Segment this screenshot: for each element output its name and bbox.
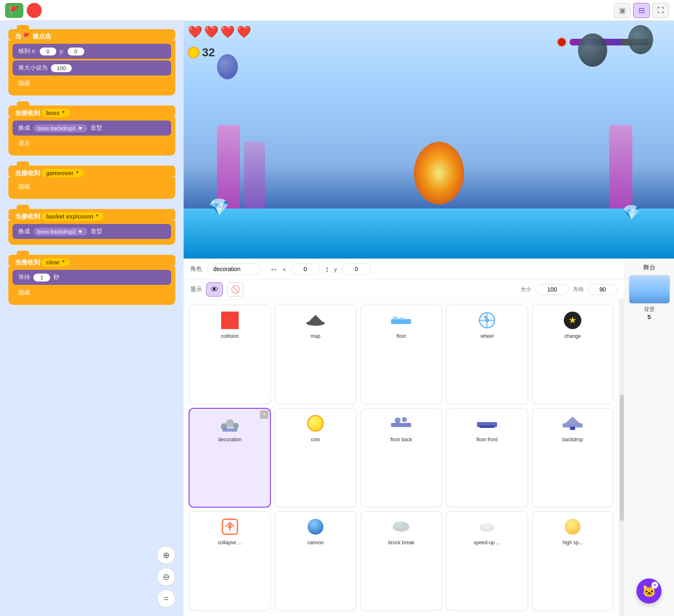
hat-clear: 当接收到 clear ▼ xyxy=(8,255,175,267)
sprite-card-backdrop[interactable]: backdrop xyxy=(532,408,614,508)
x-coord-input[interactable] xyxy=(291,264,320,274)
msg-clear-arrow: ▼ xyxy=(61,259,66,266)
x-coord-label: x xyxy=(283,266,286,272)
block-body-5: 等待 1 秒 隐藏 xyxy=(8,267,175,305)
star-icon: ★ xyxy=(568,315,577,326)
sprite-name-backdrop: backdrop xyxy=(563,437,583,443)
cmd-show-1: 显示 xyxy=(13,137,171,150)
sprite-icon-brock xyxy=(389,515,414,538)
sprite-card-high-sp[interactable]: high sp... xyxy=(532,511,614,611)
cmd-y-value[interactable]: 0 xyxy=(68,48,84,55)
map-svg xyxy=(305,313,326,327)
zoom-reset-icon: = xyxy=(164,594,169,603)
fullscreen-button[interactable]: ⛶ xyxy=(652,3,669,18)
show-visible-button[interactable]: 👁 xyxy=(206,282,223,297)
sprite-card-collision[interactable]: collision xyxy=(189,304,271,405)
crystal-left: 💎 xyxy=(209,197,230,217)
top-bar: 🚩 ▣ ⊟ ⛶ xyxy=(0,0,674,21)
sprite-icon-coin xyxy=(303,412,328,435)
cmd-switch-2: 换成 boss backdrop2 ▼ 造型 xyxy=(13,224,171,239)
sprite-icon-cannon xyxy=(303,515,328,538)
hat-receive-label-2: 当接收到 xyxy=(15,169,42,176)
cmd-hide-label-3: 隐藏 xyxy=(18,289,30,297)
bottom-panel: 角色 ↔ x ↕ y 显示 👁 🚫 xyxy=(184,259,674,616)
zoom-out-button[interactable]: ⊖ xyxy=(157,568,175,586)
msg-clear-label: clear xyxy=(46,259,60,266)
stop-button[interactable] xyxy=(27,3,42,18)
svg-point-16 xyxy=(395,417,401,423)
stage-thumbnail[interactable] xyxy=(629,275,670,304)
sprite-name-cannon: cannon xyxy=(307,540,323,546)
svg-marker-21 xyxy=(565,417,580,423)
cmd-move-xy: 移到 x: 0 y: 0 xyxy=(13,44,171,59)
building-2 xyxy=(244,142,265,209)
sprite-card-floor[interactable]: floor xyxy=(360,304,442,405)
msg-boss-badge[interactable]: boss ▼ xyxy=(42,109,70,117)
show-hidden-button[interactable]: 🚫 xyxy=(227,282,244,297)
sprite-card-decoration[interactable]: ✕ decoration xyxy=(189,408,271,508)
sprite-icon-high-sp xyxy=(560,515,585,538)
explosion-effect xyxy=(414,142,464,204)
sprites-scrollbar[interactable] xyxy=(619,299,624,616)
sprite-card-brock[interactable]: brock break xyxy=(360,511,442,611)
sprites-grid-wrapper: collision map xyxy=(184,299,624,616)
zoom-in-button[interactable]: ⊕ xyxy=(157,546,175,564)
cmd-wait-label: 等待 xyxy=(18,274,30,281)
sprite-icon-change: ★ xyxy=(560,309,585,332)
layout-default-button[interactable]: ▣ xyxy=(614,3,631,18)
sprite-card-floor-front[interactable]: floor front xyxy=(446,408,528,508)
svg-text:👁: 👁 xyxy=(484,315,487,319)
sprite-icon-speed-up xyxy=(475,515,500,538)
block-group-flag: 当 🚩 被点击 移到 x: 0 y: 0 将大小设为 100 隐藏 xyxy=(8,29,175,96)
svg-rect-22 xyxy=(570,427,575,430)
zoom-reset-button[interactable]: = xyxy=(157,589,175,608)
flag-button[interactable]: 🚩 xyxy=(5,3,23,18)
sprite-card-speed-up[interactable]: speed-up ... xyxy=(446,511,528,611)
dropdown-backdrop1[interactable]: boss backdrop1 ▼ xyxy=(33,124,87,132)
add-sprite-button[interactable]: 🐱 + xyxy=(636,578,661,603)
sprite-card-floor-back[interactable]: floor back xyxy=(360,408,442,508)
msg-gameover-label: gameover xyxy=(46,170,73,176)
y-coord-input[interactable] xyxy=(342,264,371,274)
cmd-wait-value[interactable]: 1 xyxy=(33,274,50,282)
msg-clear-badge[interactable]: clear ▼ xyxy=(42,258,70,267)
hat-boss: 当接收到 boss ▼ xyxy=(8,106,175,117)
bg-label: 背景 xyxy=(644,306,655,313)
stage-sidebar: 舞台 背景 5 xyxy=(624,259,674,616)
sprite-icon-decoration xyxy=(217,412,242,435)
layout-split-button[interactable]: ⊟ xyxy=(633,3,650,18)
dir-input[interactable] xyxy=(588,284,617,295)
size-input[interactable] xyxy=(535,284,569,295)
cmd-y-label: y: xyxy=(60,48,64,55)
msg-gameover-badge[interactable]: gameover ▼ xyxy=(42,169,83,177)
cmd-wait: 等待 1 秒 xyxy=(13,270,171,285)
collapse-svg xyxy=(221,518,239,536)
sprite-card-change[interactable]: ★ change xyxy=(532,304,614,405)
sprite-card-collapse[interactable]: collapse ... xyxy=(189,511,271,611)
visibility-row: 显示 👁 🚫 大小 方向 xyxy=(184,280,624,299)
layout-default-icon: ▣ xyxy=(619,6,626,15)
dropdown-backdrop1-arrow: ▼ xyxy=(78,125,83,131)
dropdown-backdrop2[interactable]: boss backdrop2 ▼ xyxy=(33,228,87,236)
sprite-icon-map xyxy=(303,309,328,332)
cmd-x-value[interactable]: 0 xyxy=(40,48,56,55)
right-panel: ❤️ ❤️ ❤️ ❤️ 32 xyxy=(184,21,674,616)
sprite-card-cannon[interactable]: cannon xyxy=(274,511,356,611)
cmd-hide-1: 隐藏 xyxy=(13,77,171,90)
msg-boss-arrow: ▼ xyxy=(61,110,66,116)
floor-svg xyxy=(390,313,412,327)
sprite-name-input[interactable] xyxy=(207,264,261,274)
sprite-name-floor-back: floor back xyxy=(390,437,412,443)
sprite-card-coin[interactable]: coin xyxy=(274,408,356,508)
cmd-show-label: 显示 xyxy=(18,140,30,147)
y-axis-icon: ↕ xyxy=(325,264,329,274)
cmd-size-value[interactable]: 100 xyxy=(51,64,72,72)
sprite-card-wheel[interactable]: 👁 wheel xyxy=(446,304,528,405)
sprite-card-map[interactable]: map xyxy=(274,304,356,405)
zoom-in-icon: ⊕ xyxy=(163,550,170,560)
scroll-thumb[interactable] xyxy=(620,395,624,521)
msg-basket-badge[interactable]: basket explosion ▼ xyxy=(42,212,103,221)
cmd-size: 将大小设为 100 xyxy=(13,60,171,75)
dropdown-backdrop2-label: boss backdrop2 xyxy=(38,229,76,235)
delete-decoration-button[interactable]: ✕ xyxy=(260,410,268,419)
